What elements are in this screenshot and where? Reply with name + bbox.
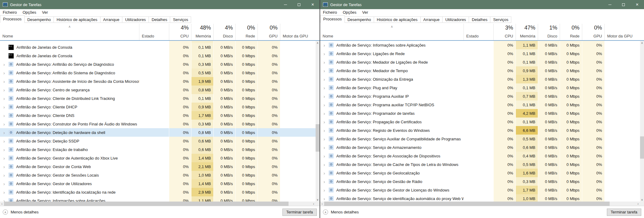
expand-chevron-icon[interactable]: ›	[322, 145, 327, 150]
maximize-button[interactable]	[292, 0, 306, 9]
less-details-toggle[interactable]: ∧ Menos detalhes	[323, 209, 359, 215]
scroll-up-icon[interactable]: ∧	[316, 41, 320, 45]
menu-item-ver[interactable]: Ver	[42, 10, 48, 15]
less-details-toggle[interactable]: ∧ Menos detalhes	[3, 209, 39, 215]
expand-chevron-icon[interactable]: ›	[2, 139, 7, 144]
expand-chevron-icon[interactable]: ›	[322, 119, 327, 125]
process-row[interactable]: › ⚙ Anfitrião de Serviço: Assistente de …	[0, 77, 316, 86]
expand-chevron-icon[interactable]: ›	[322, 111, 327, 116]
expand-chevron-icon[interactable]: ›	[322, 179, 327, 184]
tab-processos[interactable]: Processos	[0, 15, 25, 23]
titlebar[interactable]: Gestor de Tarefas ✕	[0, 0, 320, 9]
process-row[interactable]: › ⚙ Anfitrião de Serviço: Cliente de Dis…	[0, 94, 316, 103]
process-row[interactable]: › ⚙ Anfitrião de Serviço: Gestor de Cont…	[0, 162, 316, 171]
horizontal-scroll-thumb[interactable]	[324, 202, 610, 206]
expand-chevron-icon[interactable]: ›	[322, 136, 327, 142]
column-estado[interactable]: Estado	[464, 24, 493, 40]
expand-chevron-icon[interactable]: ›	[322, 153, 327, 159]
scroll-left-icon[interactable]: ‹	[320, 202, 324, 206]
scroll-left-icon[interactable]: ‹	[0, 202, 4, 206]
tab-desempenho[interactable]: Desempenho	[345, 16, 374, 23]
process-row[interactable]: › ⚙ Anfitrião de Serviço: Serviço de ide…	[320, 194, 640, 202]
process-row[interactable]: › ⚙ Anfitrião de Serviço: Ligações de Re…	[320, 49, 640, 58]
tab-arranque[interactable]: Arranque	[100, 16, 122, 23]
titlebar[interactable]: Gestor de Tarefas ✕	[320, 0, 644, 9]
column-memoria[interactable]: 48% Memória	[191, 24, 213, 40]
vertical-scroll-track[interactable]	[640, 45, 644, 198]
process-row[interactable]: › ⚙ Anfitrião de Serviço: Plug and Play …	[320, 83, 640, 92]
process-row[interactable]: › ⚙ Anfitrião de Serviço: Deteção SSDP 0…	[0, 137, 316, 145]
vertical-scroll-track[interactable]	[316, 45, 320, 198]
process-row[interactable]: › ⚙ Anfitrião de Serviço: Gestor de Sess…	[0, 171, 316, 179]
column-disco[interactable]: 1% Disco	[538, 24, 560, 40]
expand-chevron-icon[interactable]: ›	[2, 198, 7, 202]
expand-chevron-icon[interactable]: ›	[2, 190, 7, 195]
column-disco[interactable]: 4% Disco	[213, 24, 235, 40]
process-row[interactable]: › ⚙ Anfitrião de Serviço: Gestor de Aute…	[0, 154, 316, 162]
expand-chevron-icon[interactable]: ›	[322, 171, 327, 176]
tab-servicos[interactable]: Serviços	[170, 16, 191, 23]
horizontal-scroll-thumb[interactable]	[4, 202, 289, 206]
process-row[interactable]: › ⚙ Anfitrião de Serviço: Serviço de Ges…	[320, 177, 640, 186]
scroll-up-icon[interactable]: ∧	[640, 41, 644, 45]
column-nome[interactable]: ∧ Nome	[0, 24, 139, 40]
column-motor-gpu[interactable]: Motor da GPU	[604, 24, 644, 40]
process-row[interactable]: › ⚙ Anfitrião de Serviço: Registo de Eve…	[320, 126, 640, 135]
column-nome[interactable]: ∧ Nome	[320, 24, 464, 40]
minimize-button[interactable]	[603, 0, 617, 9]
horizontal-scroll-track[interactable]	[324, 202, 636, 206]
process-row[interactable]: › ⚙ Anfitrião de Serviço: Serviço de Cac…	[320, 160, 640, 169]
expand-chevron-icon[interactable]: ›	[2, 87, 7, 93]
process-row[interactable]: › ⚙ Anfitrião de Serviço: Anfitrião do S…	[0, 69, 316, 77]
process-row[interactable]: › ⚙ Anfitrião de Serviço: Mediador de Te…	[320, 66, 640, 75]
column-rede[interactable]: 0% Rede	[560, 24, 582, 40]
column-memoria[interactable]: 47% Memória	[516, 24, 538, 40]
expand-chevron-icon[interactable]: ›	[2, 147, 7, 152]
process-row[interactable]: › ⚙ Anfitrião de Serviço: Anfitrião do S…	[0, 60, 316, 69]
expand-chevron-icon[interactable]: ›	[322, 128, 327, 133]
menu-item-opcoes[interactable]: Opções	[23, 10, 36, 15]
expand-chevron-icon[interactable]: ›	[2, 62, 7, 67]
tab-arranque[interactable]: Arranque	[420, 16, 443, 23]
expand-chevron-icon[interactable]: ›	[2, 164, 7, 169]
maximize-button[interactable]	[617, 0, 630, 9]
process-row[interactable]: › ⚙ Anfitrião de Serviço: Centro de segu…	[0, 86, 316, 94]
column-estado[interactable]: Estado	[139, 24, 169, 40]
expand-chevron-icon[interactable]: ›	[2, 181, 7, 186]
expand-chevron-icon[interactable]: ›	[322, 94, 327, 99]
menu-item-ver[interactable]: Ver	[362, 10, 368, 15]
horizontal-scrollbar[interactable]: ‹ ›	[320, 202, 644, 206]
expand-chevron-icon[interactable]: ›	[322, 51, 327, 56]
menu-item-opcoes[interactable]: Opções	[343, 10, 356, 15]
column-cpu[interactable]: 3% CPU	[493, 24, 516, 40]
tab-detalhes[interactable]: Detalhes	[469, 16, 490, 23]
expand-chevron-icon[interactable]: ›	[2, 70, 7, 76]
expand-chevron-icon[interactable]: ›	[322, 196, 327, 201]
process-row[interactable]: › ⚙ Anfitrião de Serviço: Construtor de …	[0, 120, 316, 128]
process-row[interactable]: › ⚙ Anfitrião de Serviço: Propagação de …	[320, 118, 640, 126]
process-row[interactable]: C:\ Anfitrião de Janelas de Consola 0% 0…	[0, 51, 316, 60]
column-gpu[interactable]: 0% GPU	[582, 24, 604, 40]
process-row[interactable]: › ⚙ Anfitrião de Serviço: Serviço de Ass…	[320, 152, 640, 160]
expand-chevron-icon[interactable]: ›	[322, 162, 327, 167]
expand-chevron-icon[interactable]: ›	[2, 156, 7, 161]
scroll-right-icon[interactable]: ›	[312, 202, 316, 206]
process-row-partial[interactable]	[0, 41, 316, 43]
tab-detalhes[interactable]: Detalhes	[149, 16, 170, 23]
end-task-button[interactable]: Terminar tarefa	[282, 209, 317, 216]
scroll-down-icon[interactable]: ∨	[640, 198, 644, 202]
process-row[interactable]: › ⚙ Anfitrião de Serviço: Identificação …	[0, 188, 316, 196]
process-row[interactable]: › ⚙ Anfitrião de Serviço: Serviço de Ges…	[320, 186, 640, 194]
process-row[interactable]: › ⚙ Anfitrião de Serviço: Serviço Auxili…	[320, 135, 640, 143]
menu-item-ficheiro[interactable]: Ficheiro	[3, 10, 17, 15]
scroll-right-icon[interactable]: ›	[636, 202, 640, 206]
menu-item-ficheiro[interactable]: Ficheiro	[323, 10, 337, 15]
process-row[interactable]: › ⚙ Anfitrião de Serviço: Estação de tra…	[0, 145, 316, 154]
vertical-scrollbar[interactable]: ∧ ∨	[640, 41, 644, 202]
expand-chevron-icon[interactable]: ›	[2, 104, 7, 110]
scroll-down-icon[interactable]: ∨	[316, 198, 320, 202]
process-row[interactable]: › ⚙ Anfitrião de Serviço: Programa Auxil…	[320, 92, 640, 100]
tab-desempenho[interactable]: Desempenho	[24, 16, 54, 23]
process-row[interactable]: › ⚙ Anfitrião de Serviço: Otimização da …	[320, 75, 640, 83]
expand-chevron-icon[interactable]: ›	[322, 68, 327, 73]
